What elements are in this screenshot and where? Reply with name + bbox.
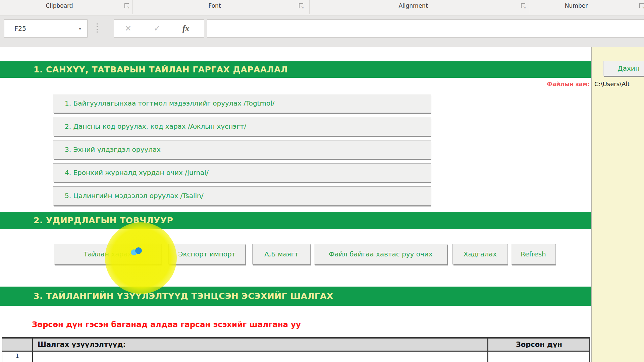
ribbon-separator [309,0,310,14]
ribbon-separator [529,0,529,14]
worksheet: 1. САНХҮҮ, ТАТВАРЫН ТАЙЛАН ГАРГАХ ДАРААЛ… [0,47,644,362]
formula-bar-row: F25 ▾ ✕ ✓ fx [0,15,644,47]
formula-buttons-box: ✕ ✓ fx [114,19,204,38]
excel-window: Clipboard Font Alignment Number ↘ ↘ ↘ ↘ … [0,0,644,362]
font-dialog-launcher-icon[interactable]: ↘ [299,3,303,8]
click-highlight-circle [105,222,177,294]
side-panel [592,47,644,362]
name-box[interactable]: F25 ▾ [4,19,88,38]
number-dialog-launcher-icon[interactable]: ↘ [639,3,644,8]
button-account-codes[interactable]: 2. Дансны код оруулах, код харах /Ажлын … [53,117,431,136]
ribbon-group-alignment: Alignment [398,2,428,9]
table-border-col2 [487,337,488,362]
table-border-right [589,337,590,362]
table-header-border [2,351,590,352]
name-box-value: F25 [14,20,26,37]
enter-icon[interactable]: ✓ [154,20,161,37]
insert-function-icon[interactable]: fx [182,20,190,37]
button-ab-forms[interactable]: А,Б маягт [252,244,311,264]
name-box-dropdown-icon[interactable]: ▾ [79,20,81,37]
cursor-ring-icon [135,247,142,254]
button-jurnal[interactable]: 4. Ерөнхий журналд хурдан очих /Jurnal/ [53,163,431,182]
section2-header: 2. УДИРДЛАГЫН ТОВЧЛУУР [0,212,591,229]
dahin-button[interactable]: Дахин [603,61,644,76]
section3-header: 3. ТАЙЛАНГИЙН ҮЗҮҮЛЭЛТҮҮД ТЭНЦСЭН ЭСЭХИЙ… [0,287,591,306]
button-open-folder[interactable]: Файл байгаа хавтас руу очих [314,244,447,264]
ribbon-group-number: Number [565,2,588,9]
button-opening-balance[interactable]: 3. Эхний үлдэгдэл оруулах [53,140,431,159]
alignment-dialog-launcher-icon[interactable]: ↘ [521,3,525,8]
button-togtmol[interactable]: 1. Байгууллагынхаа тогтмол мэдээллийг ор… [53,94,431,113]
column-divider [591,47,592,362]
button-save[interactable]: Хадгалах [452,244,508,264]
ribbon-strip: Clipboard Font Alignment Number ↘ ↘ ↘ ↘ [0,0,644,15]
file-path-value: C:\Users\Alt [594,80,630,89]
formula-input[interactable] [207,19,644,38]
table-header-indicators: Шалгах үзүүлэлтүүд: [33,339,488,351]
table-row-number: 1 [2,352,33,359]
table-header-rownum [2,339,33,351]
button-export-import[interactable]: Экспорт импорт [168,244,246,264]
clipboard-dialog-launcher-icon[interactable]: ↘ [124,3,129,8]
section1-header: 1. САНХҮҮ, ТАТВАРЫН ТАЙЛАН ГАРГАХ ДАРААЛ… [0,61,591,78]
table-header-diff: Зөрсөн дүн [488,339,590,351]
button-tsalin[interactable]: 5. Цалингийн мэдээлэл оруулах /Tsalin/ [53,186,431,205]
warning-text: Зөрсөн дүн гэсэн баганад алдаа гарсан эс… [32,320,301,329]
ribbon-group-clipboard: Clipboard [46,2,73,9]
cancel-icon[interactable]: ✕ [125,20,131,37]
formula-bar-grip[interactable] [97,23,98,33]
ribbon-group-font: Font [208,2,221,9]
ribbon-separator [132,0,133,14]
button-refresh[interactable]: Refresh [511,244,556,264]
file-path-label: Файлын зам: [480,81,590,89]
